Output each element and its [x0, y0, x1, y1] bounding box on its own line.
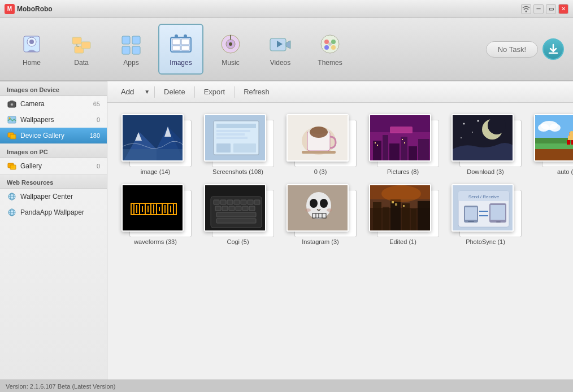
thumb-zero	[286, 114, 354, 165]
gallery-pc-icon	[7, 161, 17, 171]
minimize-button[interactable]: ─	[533, 4, 544, 14]
nav-home[interactable]: Home	[9, 24, 54, 75]
thumb-cogi	[204, 184, 272, 235]
wallpapers-label: Wallpapers	[20, 116, 97, 124]
gallery-folder-screenshots[interactable]: Screenshots (108)	[201, 114, 275, 175]
svg-point-91	[472, 132, 473, 133]
task-area: No Task!	[486, 38, 564, 60]
svg-rect-130	[248, 200, 253, 204]
thumb-main-8	[204, 184, 266, 232]
sidebar-item-device-gallery[interactable]: Device Gallery 180	[0, 128, 107, 143]
svg-rect-82	[375, 142, 376, 143]
thumb-main-9	[286, 184, 349, 232]
folder-image-label: image (14)	[141, 168, 171, 175]
gallery-folder-photosync[interactable]: Send / Receive	[449, 184, 522, 245]
nav-home-label: Home	[23, 59, 41, 67]
svg-rect-155	[402, 203, 410, 232]
nav-music[interactable]: Music	[208, 24, 253, 75]
svg-rect-168	[465, 207, 477, 220]
gallery-folder-cogi[interactable]: Cogi (5)	[201, 184, 275, 245]
wallpaper-icon	[7, 115, 17, 125]
svg-rect-132	[215, 206, 221, 211]
pandaapp-icon	[7, 207, 17, 217]
svg-point-148	[305, 208, 311, 212]
delete-button[interactable]: Delete	[157, 85, 192, 98]
folder-waveforms-label: waveforms (33)	[134, 238, 177, 245]
gallery-folder-image[interactable]: image (14)	[119, 114, 192, 175]
svg-rect-66	[216, 143, 231, 153]
device-gallery-count: 180	[90, 132, 100, 139]
app-logo: M MoboRobo	[5, 4, 53, 14]
svg-point-93	[478, 120, 479, 122]
add-dropdown-arrow[interactable]: ▼	[142, 86, 152, 97]
sidebar-item-camera[interactable]: Camera 65	[0, 96, 107, 112]
svg-rect-65	[216, 137, 248, 139]
svg-rect-15	[181, 39, 189, 45]
svg-point-32	[328, 42, 332, 46]
sidebar-section-web: Web Resources	[0, 174, 107, 189]
no-task-button[interactable]: No Task!	[486, 41, 538, 58]
logo-icon: M	[5, 4, 15, 14]
nav-data[interactable]: Data	[59, 24, 104, 75]
toolbar-divider-1	[154, 86, 155, 98]
svg-rect-62	[216, 124, 256, 128]
refresh-button[interactable]: Refresh	[237, 85, 276, 98]
folder-auto-label: auto (1)	[557, 168, 573, 175]
svg-point-30	[324, 45, 329, 50]
wallpaper-center-icon	[7, 191, 17, 202]
svg-rect-83	[377, 145, 378, 146]
gallery-folder-instagram[interactable]: Instagram (3)	[284, 184, 357, 245]
svg-point-92	[461, 137, 462, 138]
nav-apps[interactable]: Apps	[108, 24, 154, 75]
gallery-folder-waveforms[interactable]: waveforms (33)	[119, 184, 192, 245]
sidebar-item-wallpaper-center[interactable]: Wallpaper Center	[0, 189, 107, 204]
thumb-photosync: Send / Receive	[452, 184, 519, 235]
svg-rect-128	[234, 200, 240, 204]
svg-rect-78	[389, 143, 400, 162]
svg-text:Send / Receive: Send / Receive	[468, 194, 500, 199]
svg-rect-169	[468, 221, 474, 222]
export-button[interactable]: Export	[197, 85, 232, 98]
gallery-folder-edited[interactable]: Edited (1)	[366, 184, 440, 245]
sidebar-item-gallery-pc[interactable]: Gallery 0	[0, 158, 107, 174]
svg-point-105	[549, 124, 561, 132]
restore-button[interactable]: ▭	[546, 4, 556, 14]
svg-point-28	[324, 40, 329, 44]
gallery-folder-auto[interactable]: auto (1)	[531, 114, 573, 175]
nav-images[interactable]: Images	[158, 24, 203, 75]
themes-icon	[318, 32, 342, 56]
app-name: MoboRobo	[17, 5, 53, 13]
gallery-grid: image (14)	[107, 103, 573, 380]
svg-rect-43	[10, 165, 16, 169]
folder-cogi-label: Cogi (5)	[227, 238, 249, 245]
download-button[interactable]	[542, 38, 564, 60]
sidebar-item-pandaapp[interactable]: PandaApp Wallpaper	[0, 204, 107, 220]
version-text: Version: 2.1.6.107 Beta (Latest Version)	[6, 383, 115, 390]
thumb-image	[121, 114, 189, 165]
svg-point-162	[381, 185, 421, 202]
svg-rect-153	[383, 207, 389, 232]
status-bar: Version: 2.1.6.107 Beta (Latest Version)	[0, 380, 573, 392]
sidebar-section-images-pc: Images on PC	[0, 143, 107, 158]
nav-videos[interactable]: Videos	[258, 24, 303, 75]
svg-rect-64	[216, 133, 245, 136]
svg-rect-81	[418, 139, 429, 162]
svg-point-18	[175, 34, 178, 38]
close-button[interactable]: ✕	[558, 4, 568, 14]
svg-rect-127	[227, 200, 233, 204]
add-button[interactable]: Add	[114, 85, 141, 98]
svg-rect-41	[10, 134, 16, 139]
apps-icon	[119, 32, 144, 56]
nav-themes[interactable]: Themes	[307, 24, 353, 75]
sidebar-item-wallpapers[interactable]: Wallpapers 0	[0, 112, 107, 128]
svg-rect-80	[409, 146, 417, 162]
svg-rect-156	[411, 209, 416, 232]
svg-point-142	[310, 199, 318, 208]
folder-download-label: Download (3)	[467, 168, 503, 175]
gallery-folder-pictures[interactable]: Pictures (8)	[366, 114, 440, 175]
gallery-folder-download[interactable]: Download (3)	[449, 114, 522, 175]
gallery-folder-zero[interactable]: 0 (3)	[284, 114, 357, 175]
thumb-auto	[534, 114, 573, 165]
thumb-main-2	[204, 114, 266, 162]
svg-rect-10	[132, 36, 140, 44]
